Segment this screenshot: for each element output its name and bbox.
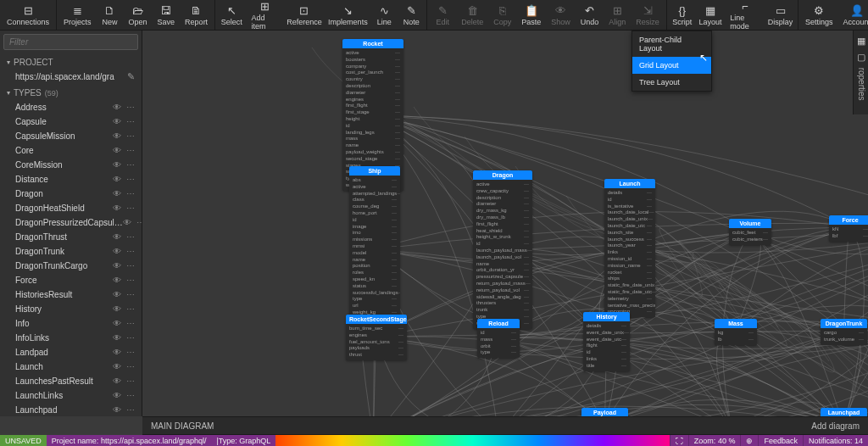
tab-main-diagram[interactable]: MAIN DIAGRAM [151,421,214,431]
type-item[interactable]: CapsuleMission👁⋯ [0,129,142,143]
note-button[interactable]: ✎Note [398,0,425,30]
more-icon[interactable]: ⋯ [126,160,135,170]
layout-option-tree-layout[interactable]: Tree Layout [632,74,711,91]
more-icon[interactable]: ⋯ [126,333,135,343]
canvas[interactable]: Rocketactive—boosters—company—cost_per_l… [142,31,868,416]
more-icon[interactable]: ⋯ [126,175,135,184]
node-volume[interactable]: Volumecubic_feet—cubic_meters— [729,219,771,245]
feedback-button[interactable]: Feedback [758,435,803,446]
node-history[interactable]: Historydetails—event_date_unix—event_dat… [583,312,630,371]
more-icon[interactable]: ⋯ [126,131,135,141]
node-payload[interactable]: Payloadcustomers—id—manufacturer— [581,408,628,416]
type-item[interactable]: Capsule👁⋯ [0,114,142,129]
type-item[interactable]: Dragon👁⋯ [0,187,142,201]
reference-button[interactable]: ⊡Reference [283,0,325,30]
implements-button[interactable]: ↘Implements [326,0,371,30]
script-button[interactable]: {}Script [669,0,696,30]
paste-button[interactable]: 📋Paste [516,0,546,30]
eye-icon[interactable]: 👁 [113,290,121,299]
eye-icon[interactable]: 👁 [113,160,121,170]
open-button[interactable]: 🗁Open [124,0,153,30]
type-item[interactable]: CoreMission👁⋯ [0,158,142,172]
eye-icon[interactable]: 👁 [113,189,121,198]
select-button[interactable]: ↖Select [217,0,246,30]
more-icon[interactable]: ⋯ [126,189,135,198]
eye-icon[interactable]: 👁 [113,362,121,371]
resize-button[interactable]: ⇲Resize [631,0,665,30]
eye-icon[interactable]: 👁 [123,218,131,227]
node-dragontrunk[interactable]: DragonTrunkcargo—trunk_volume— [821,319,867,345]
type-item[interactable]: Address👁⋯ [0,100,142,114]
type-item[interactable]: Info👁⋯ [0,316,142,331]
type-item[interactable]: LaunchesPastResult👁⋯ [0,374,142,388]
type-item[interactable]: DragonTrunkCargo👁⋯ [0,259,142,273]
new-button[interactable]: 🗋New [97,0,124,30]
add-diagram-button[interactable]: Add diagram [811,421,860,431]
eye-icon[interactable]: 👁 [113,175,121,184]
more-icon[interactable]: ⋯ [126,362,135,371]
more-icon[interactable]: ⋯ [126,232,135,242]
line-button[interactable]: ∿Line [370,0,398,30]
node-mass[interactable]: Masskg—lb— [715,319,757,345]
node-rocketsecondstage[interactable]: RocketSecondStageburn_time_sec—engines—f… [346,315,407,360]
eye-icon[interactable]: 👁 [113,131,121,141]
save-button[interactable]: 🖫Save [153,0,181,30]
type-item[interactable]: InfoLinks👁⋯ [0,331,142,345]
zoom-status[interactable]: Zoom: 40 % [688,435,741,446]
edit-button[interactable]: ✎Edit [429,0,456,30]
type-item[interactable]: Distance👁⋯ [0,172,142,187]
fullscreen-icon[interactable]: ⛶ [670,435,688,446]
eye-icon[interactable]: 👁 [113,319,121,328]
more-icon[interactable]: ⋯ [126,261,135,270]
eye-icon[interactable]: 👁 [113,117,121,126]
eye-icon[interactable]: 👁 [113,247,121,256]
copy-button[interactable]: ⎘Copy [488,0,516,30]
account-button[interactable]: 👤Account [837,0,868,30]
type-item[interactable]: Launch👁⋯ [0,360,142,374]
more-icon[interactable]: ⋯ [126,203,135,213]
more-icon[interactable]: ⋯ [126,247,135,256]
node-reload[interactable]: Reloadid—mass—orbit—type— [477,319,520,358]
layout-button[interactable]: ▦Layout [696,0,726,30]
types-section[interactable]: ▾ TYPES (59) [0,86,142,100]
type-item[interactable]: LaunchLinks👁⋯ [0,388,142,403]
notifications-status[interactable]: Notifications: 14 [803,435,868,446]
type-item[interactable]: History👁⋯ [0,302,142,316]
more-icon[interactable]: ⋯ [126,117,135,126]
node-dragon[interactable]: Dragonactive—crew_capacity—description—d… [473,170,532,329]
eye-icon[interactable]: 👁 [113,146,121,155]
eye-icon[interactable]: 👁 [113,376,121,386]
report-button[interactable]: 🗎Report [180,0,213,30]
type-item[interactable]: Force👁⋯ [0,273,142,287]
more-icon[interactable]: ⋯ [126,405,135,415]
filter-input[interactable] [3,34,138,50]
more-icon[interactable]: ⋯ [126,391,135,400]
node-launch[interactable]: Launchdetails—id—is_tentative—launch_dat… [604,179,655,317]
more-icon[interactable]: ⋯ [126,146,135,155]
more-icon[interactable]: ⋯ [126,103,135,112]
eye-icon[interactable]: 👁 [113,405,121,415]
node-force[interactable]: ForcekN—lbf— [829,215,868,242]
type-item[interactable]: Launchpad👁⋯ [0,403,142,416]
eye-icon[interactable]: 👁 [113,391,121,400]
project-section[interactable]: ▾ PROJECT [0,55,142,70]
type-item[interactable]: Landpad👁⋯ [0,345,142,360]
grid-icon[interactable]: ▦ [857,36,865,47]
show-button[interactable]: 👁Show [546,0,576,30]
square-icon[interactable]: ▢ [857,52,865,63]
more-icon[interactable]: ⋯ [126,276,135,285]
eye-icon[interactable]: 👁 [113,348,121,357]
node-launchpad[interactable]: Launchpadattempted_launches—details—id—l… [821,408,867,416]
zoom-fit-icon[interactable]: ⊕ [740,435,758,446]
more-icon[interactable]: ⋯ [126,290,135,299]
eye-icon[interactable]: 👁 [113,103,121,112]
eye-icon[interactable]: 👁 [113,333,121,343]
type-item[interactable]: DragonPressurizedCapsul…👁⋯ [0,215,142,230]
type-item[interactable]: DragonThrust👁⋯ [0,230,142,244]
settings-button[interactable]: ⚙Settings [800,0,838,30]
delete-button[interactable]: 🗑Delete [456,0,488,30]
project-url-row[interactable]: https://api.spacex.land/gra ✎ [0,70,142,86]
add-item-button[interactable]: ⊞Add item [247,0,284,30]
eye-icon[interactable]: 👁 [113,276,121,285]
type-item[interactable]: DragonHeatShield👁⋯ [0,201,142,215]
